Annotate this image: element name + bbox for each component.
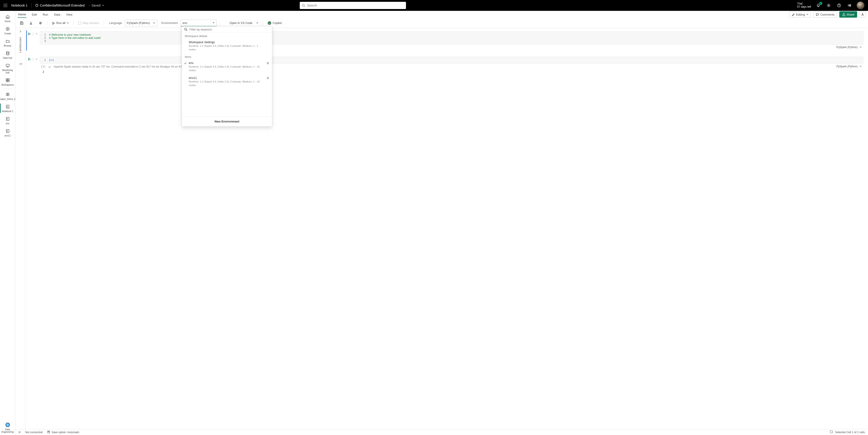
stop-session-label: Stop session (82, 21, 99, 25)
svg-point-14 (850, 4, 851, 5)
nav-browse[interactable]: Browse (0, 37, 15, 49)
svg-point-30 (40, 22, 41, 24)
sensitivity-text: Confidential\Microsoft Extended (40, 4, 85, 7)
svg-point-40 (21, 64, 21, 64)
nav-monitoring[interactable]: Monitoring hub (0, 61, 15, 76)
tab-view[interactable]: View (66, 11, 73, 18)
svg-rect-43 (830, 431, 833, 433)
cell-kernel-dropdown[interactable]: PySpark (Python) (836, 65, 862, 68)
run-cell-icon[interactable] (28, 57, 31, 61)
settings-icon[interactable] (826, 2, 832, 8)
svg-point-0 (4, 4, 4, 4)
nav-notebook1[interactable]: Notebook 1 (0, 102, 15, 114)
tab-edit[interactable]: Edit (31, 11, 37, 18)
code-cell-2[interactable]: | 11+1 [1] -Apache Spark session ready i… (40, 57, 864, 69)
svg-rect-19 (6, 79, 7, 80)
connection-status[interactable]: Not connected (25, 431, 42, 434)
cell1-kernel-label: PySpark (Python) (836, 45, 858, 49)
search-placeholder: Search (307, 4, 317, 7)
open-external-icon[interactable] (266, 62, 269, 65)
open-vscode-label: Open in VS Code (230, 21, 252, 25)
cell-output: 2 (40, 69, 864, 75)
nav-datahub[interactable]: Data hub (0, 49, 15, 61)
copilot-button[interactable]: Copilot (266, 20, 283, 26)
feedback-icon[interactable] (846, 2, 852, 8)
svg-rect-18 (6, 64, 9, 66)
nav-env[interactable]: env (0, 114, 15, 127)
nav-datahub-label: Data hub (3, 57, 12, 59)
env-item-workspace-settings[interactable]: Workspace Settings Runtime: 1.2 (Spark 3… (182, 39, 272, 54)
nav-workspaces[interactable]: Workspaces (0, 76, 15, 88)
code-cell-1[interactable]: | 1# Welcome to your new notebook 2# Typ… (40, 31, 864, 50)
save-icon[interactable] (18, 20, 25, 26)
expand-rail-icon[interactable] (16, 28, 25, 35)
env-item-env[interactable]: env Runtime: 1.2 (Spark 3.4, Delta 2.4),… (182, 59, 272, 74)
nav-notebook1-label: Notebook 1 (2, 110, 13, 113)
env-item-env11[interactable]: env11 Runtime: 1.2 (Spark 3.4, Delta 2.4… (182, 74, 272, 89)
notifications-icon[interactable]: 6 (815, 2, 822, 8)
copilot-panel-toggle[interactable] (860, 11, 866, 18)
copilot-label: Copilot (273, 21, 282, 25)
svg-point-29 (862, 13, 863, 14)
lakehouses-label[interactable]: Lakehouses (19, 37, 22, 53)
open-external-icon[interactable] (266, 76, 269, 80)
svg-point-15 (850, 6, 851, 6)
svg-point-8 (6, 6, 7, 7)
left-nav: Home Create Browse Data hub Monitoring h… (0, 11, 16, 435)
save-state-text: Saved (92, 4, 101, 7)
env-item-sub: Runtime: 1.2 (Spark 3.4, Delta 2.4), Com… (189, 65, 269, 72)
nav-user-workspace[interactable]: Shuaijun_Demo_Env (0, 90, 15, 102)
nav-env11[interactable]: env11 (0, 127, 15, 139)
global-search[interactable]: Search (300, 2, 406, 9)
cell2-kernel-label: PySpark (Python) (836, 65, 858, 68)
save-status[interactable]: - Saved (89, 4, 104, 7)
monitor-icon (5, 63, 10, 68)
code-editor[interactable]: 11+1 (40, 57, 864, 64)
tab-data[interactable]: Data (54, 11, 61, 18)
nav-monitoring-label: Monitoring hub (0, 69, 15, 74)
run-all-label: Run all (56, 21, 65, 25)
notebook-title[interactable]: Notebook 1 (11, 4, 28, 7)
cell-selection-status[interactable]: Selected Cell 1 of 2 cells (835, 431, 865, 434)
open-vscode-button[interactable]: Open in VS Code (222, 20, 260, 26)
save-option-status[interactable]: Save option: Automatic (52, 431, 79, 434)
help-icon[interactable] (836, 2, 842, 8)
env-item-title: env (189, 61, 269, 65)
svg-point-23 (6, 93, 8, 94)
svg-point-2 (6, 4, 7, 4)
user-avatar[interactable] (857, 2, 864, 9)
settings-gear-icon[interactable] (37, 20, 44, 26)
new-environment-button[interactable]: New Environment (182, 116, 272, 126)
tab-home[interactable]: Home (18, 11, 26, 18)
env11-item-title: env11 (189, 76, 269, 80)
download-icon[interactable] (27, 20, 35, 26)
share-button[interactable]: Share (839, 11, 857, 18)
cell-kernel-dropdown[interactable]: PySpark (Python) (836, 45, 862, 49)
status-bar: Not connected Save option: Automatic Sel… (16, 429, 868, 435)
cell-menu-chevron-icon[interactable] (35, 57, 38, 61)
svg-point-1 (5, 4, 6, 4)
global-topbar: Notebook 1 Confidential\Microsoft Extend… (0, 0, 868, 11)
env-filter-input[interactable] (189, 28, 270, 31)
mode-editing-dropdown[interactable]: Editing (789, 11, 811, 18)
run-all-button[interactable]: Run all (50, 20, 71, 26)
nav-home[interactable]: Home (0, 12, 15, 24)
database-icon (5, 51, 10, 56)
run-cell-icon[interactable] (28, 32, 31, 36)
comments-button[interactable]: Comments (813, 11, 837, 18)
app-launcher-icon[interactable] (2, 2, 9, 9)
trial-status[interactable]: Trial: 57 days left (797, 2, 811, 8)
sensitivity-label[interactable]: Confidential\Microsoft Extended (35, 4, 85, 7)
nav-persona[interactable]: Data Engineering (0, 420, 15, 435)
workspace-default-header: Workspace default (182, 33, 272, 39)
output-more-icon[interactable] (19, 62, 23, 67)
nav-create[interactable]: Create (0, 24, 15, 37)
language-dropdown[interactable]: PySpark (Python) (125, 20, 157, 26)
cell-menu-chevron-icon[interactable] (35, 32, 38, 36)
svg-point-41 (22, 64, 22, 64)
env-filter-row[interactable] (182, 26, 272, 33)
tab-run[interactable]: Run (42, 11, 49, 18)
code-editor[interactable]: 1# Welcome to your new notebook 2# Type … (40, 31, 864, 45)
environment-dropdown[interactable]: env (181, 20, 217, 26)
svg-point-5 (6, 5, 7, 6)
